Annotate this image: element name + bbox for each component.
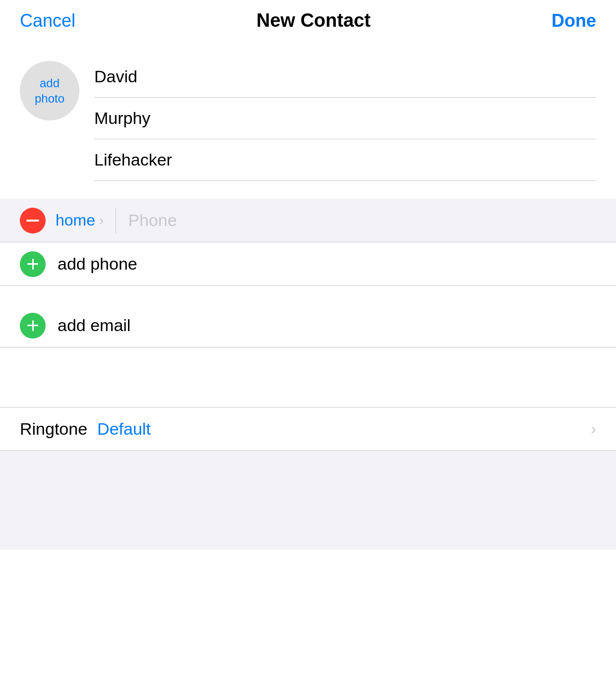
middle-spacer <box>0 347 616 407</box>
done-button[interactable]: Done <box>552 10 596 31</box>
plus-email-icon <box>26 319 39 332</box>
add-photo-label: addphoto <box>35 75 64 106</box>
navigation-bar: Cancel New Contact Done <box>0 0 616 41</box>
add-photo-button[interactable]: addphoto <box>20 61 79 120</box>
minus-icon <box>26 220 39 222</box>
plus-icon <box>26 258 39 271</box>
page-title: New Contact <box>256 10 370 31</box>
cancel-button[interactable]: Cancel <box>20 10 75 31</box>
section-gap-1 <box>0 181 616 199</box>
bottom-spacer <box>0 451 616 550</box>
section-gap-2 <box>0 286 616 304</box>
last-name-field <box>94 98 596 139</box>
first-name-input[interactable] <box>94 67 596 86</box>
company-field <box>94 139 596 181</box>
remove-phone-button[interactable] <box>20 208 46 233</box>
add-phone-row[interactable]: add phone <box>0 242 616 286</box>
phone-input[interactable] <box>118 211 616 230</box>
photo-name-section: addphoto <box>0 41 616 181</box>
name-fields-container <box>94 56 596 181</box>
phone-label-button[interactable]: home › <box>46 211 114 229</box>
last-name-input[interactable] <box>94 109 596 128</box>
add-email-row[interactable]: add email <box>0 304 616 347</box>
ringtone-chevron-icon: › <box>591 420 596 438</box>
add-email-button[interactable] <box>20 313 46 339</box>
first-name-field <box>94 56 596 98</box>
phone-row: home › <box>0 199 616 242</box>
ringtone-value: Default <box>97 419 591 439</box>
ringtone-label: Ringtone <box>20 419 87 439</box>
ringtone-row[interactable]: Ringtone Default › <box>0 407 616 451</box>
add-phone-button[interactable] <box>20 251 46 277</box>
company-input[interactable] <box>94 150 596 170</box>
add-phone-label: add phone <box>58 254 137 274</box>
phone-divider <box>116 208 116 233</box>
add-email-label: add email <box>58 316 130 335</box>
phone-label-text: home <box>56 211 95 229</box>
phone-label-chevron-icon: › <box>99 213 104 229</box>
